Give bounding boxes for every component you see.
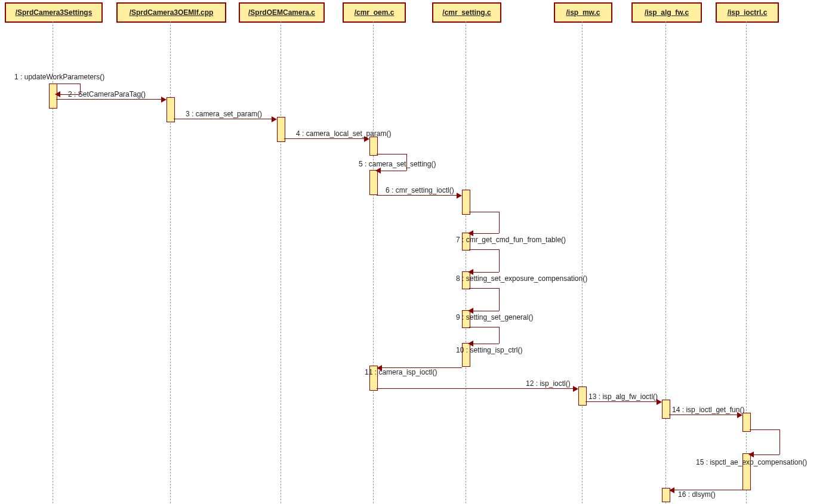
participant-p8: /isp_ioctrl.c [716, 2, 779, 23]
msg-12: 12 : isp_ioctl() [377, 383, 578, 394]
msg-14: 14 : isp_ioctl_get_fun() [669, 409, 742, 420]
lifeline [170, 21, 171, 503]
participant-p2: /SprdCamera3OEMIf.cpp [116, 2, 226, 23]
msg-3: 3 : camera_set_param() [174, 113, 277, 124]
lifeline [281, 21, 281, 503]
participant-p1: /SprdCamera3Settings [5, 2, 103, 23]
msg-15: 15 : ispctl_ae_exp_compensation() [750, 429, 785, 454]
activation [462, 190, 470, 215]
participant-p4: /cmr_oem.c [343, 2, 406, 23]
msg-10: 10 : setting_isp_ctrl() [469, 327, 505, 344]
participant-p7: /isp_alg_fw.c [631, 2, 702, 23]
msg-2: 2 : SetCameraParaTag() [56, 94, 167, 104]
msg-11: 11 : camera_isp_ioctl() [377, 362, 462, 373]
lifeline [582, 21, 583, 503]
msg-13: 13 : isp_alg_fw_ioctl() [586, 396, 662, 407]
msg-7: 7 : cmr_get_cmd_fun_from_table() [469, 212, 505, 233]
participant-p5: /cmr_setting.c [432, 2, 501, 23]
msg-4: 4 : camera_local_set_param() [284, 133, 369, 144]
msg-8: 8 : setting_set_exposure_compensation() [469, 249, 505, 272]
msg-9: 9 : setting_set_general() [469, 288, 505, 311]
sequence-diagram: { "chart_data": { "type": "sequence-diag… [0, 0, 832, 504]
activation [369, 137, 378, 156]
lifeline [373, 21, 374, 503]
msg-16: 16 : dlsym() [669, 484, 742, 495]
participant-p3: /SprdOEMCamera.c [239, 2, 325, 23]
lifeline [466, 21, 466, 503]
msg-1: 1 : updateWorkParameters() [14, 75, 62, 87]
msg-5: 5 : camera_set_setting() [377, 154, 412, 171]
lifeline [665, 21, 666, 503]
msg-6: 6 : cmr_setting_ioctl() [377, 190, 462, 200]
participant-p6: /isp_mw.c [554, 2, 612, 23]
